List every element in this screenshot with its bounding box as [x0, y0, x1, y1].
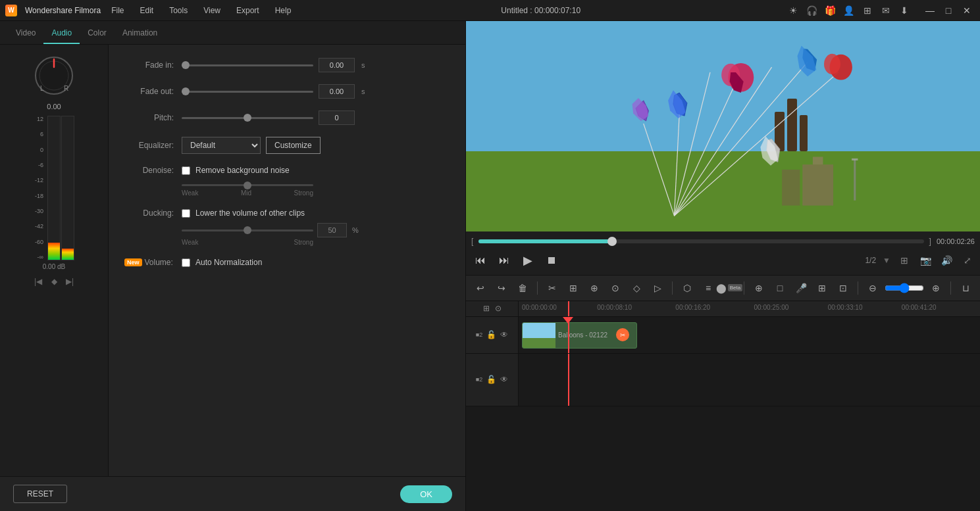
- settings-icon[interactable]: ☀: [788, 5, 800, 16]
- flip-button[interactable]: ◇: [627, 279, 646, 297]
- step-back-button[interactable]: ⏭: [495, 251, 513, 270]
- remove-bg-noise-label[interactable]: Remove background noise: [195, 166, 290, 175]
- mask-btn[interactable]: □: [771, 279, 789, 297]
- link-track-icon[interactable]: ⊙: [495, 304, 502, 313]
- reset-button[interactable]: RESET: [13, 485, 67, 503]
- play-button[interactable]: ▶: [519, 251, 537, 270]
- track-2-lock-icon[interactable]: 🔓: [486, 375, 496, 384]
- effects-btn[interactable]: ⬤ Beta: [720, 279, 738, 297]
- ducking-controls: Lower the volume of other clips 50 % Wea…: [182, 208, 359, 246]
- tab-audio[interactable]: Audio: [43, 23, 80, 44]
- close-button[interactable]: ✕: [959, 3, 975, 18]
- timeline-zoom-slider[interactable]: [885, 283, 924, 293]
- cut-button[interactable]: ✂: [543, 279, 561, 297]
- lower-volume-checkbox[interactable]: [182, 209, 190, 218]
- right-panel: [ ] 00:00:02:26 ⏮ ⏭ ▶ ⏹ 1/2 ▼ ⊞: [466, 21, 980, 511]
- screen-icon[interactable]: ⊞: [897, 253, 912, 268]
- meter-bar-right: [61, 116, 74, 260]
- zoom-button[interactable]: ⊕: [585, 279, 604, 297]
- skip-back-button[interactable]: ⏮: [471, 251, 490, 270]
- user-icon[interactable]: 👤: [843, 5, 855, 16]
- speed-button[interactable]: ▷: [648, 279, 667, 297]
- timeline-ruler: 00:00:00:00 00:00:08:10 00:00:16:20 00:0…: [519, 301, 980, 317]
- maximize-button[interactable]: □: [941, 3, 956, 18]
- bracket-left: [: [471, 237, 473, 246]
- minimize-button[interactable]: —: [922, 3, 938, 18]
- download-icon[interactable]: ⬇: [898, 5, 910, 16]
- denoise-mid-label: Mid: [241, 189, 251, 197]
- audio-btn[interactable]: ≡: [699, 279, 717, 297]
- meter-skip-btn[interactable]: |◀: [32, 276, 44, 287]
- equalizer-label: Equalizer:: [124, 141, 174, 150]
- ducking-row: Ducking: Lower the volume of other clips…: [124, 208, 450, 246]
- color-button[interactable]: ⬡: [678, 279, 696, 297]
- snapshot-icon[interactable]: 📷: [918, 253, 933, 268]
- clip-label: Balloons - 02122: [555, 330, 610, 340]
- menu-file[interactable]: File: [109, 5, 126, 16]
- redo-button[interactable]: ↪: [492, 279, 511, 297]
- meter-db-label: 0.00 dB: [43, 263, 65, 270]
- fade-out-slider[interactable]: [182, 91, 313, 93]
- ai-tool-btn[interactable]: ⊕: [750, 279, 768, 297]
- menu-tools[interactable]: Tools: [167, 5, 190, 16]
- pitch-slider[interactable]: [182, 117, 313, 119]
- pitch-slider-container: 0: [182, 110, 450, 125]
- pitch-row: Pitch: 0: [124, 110, 450, 125]
- fade-in-row: Fade in: 0.00 s: [124, 58, 450, 72]
- delete-button[interactable]: 🗑: [513, 279, 532, 297]
- remove-bg-noise-checkbox[interactable]: [182, 166, 190, 175]
- window-title: Untitled : 00:000:07:10: [501, 6, 580, 15]
- zoom-out-timeline[interactable]: ⊖: [864, 279, 882, 297]
- svg-rect-29: [852, 158, 858, 160]
- bookmark-icon[interactable]: ⊞: [862, 5, 873, 16]
- mail-icon[interactable]: ✉: [880, 5, 892, 16]
- fade-in-slider[interactable]: [182, 64, 313, 66]
- rotate-button[interactable]: ⊙: [606, 279, 625, 297]
- voice-btn[interactable]: 🎤: [792, 279, 810, 297]
- timeline-ruler-controls: ⊞ ⊙: [466, 301, 519, 317]
- ok-button[interactable]: OK: [400, 485, 452, 503]
- lower-volume-label[interactable]: Lower the volume of other clips: [195, 208, 305, 218]
- menu-view[interactable]: View: [201, 5, 223, 16]
- tab-color[interactable]: Color: [80, 23, 115, 44]
- meter-end-btn[interactable]: ▶|: [64, 276, 76, 287]
- menu-edit[interactable]: Edit: [138, 5, 157, 16]
- more-btn[interactable]: ⊔: [956, 279, 975, 297]
- fullscreen-icon[interactable]: ⤢: [960, 253, 975, 268]
- progress-thumb[interactable]: [607, 237, 617, 246]
- tab-video[interactable]: Video: [8, 23, 43, 44]
- timeline-ruler-container: ⊞ ⊙ 00:00:00:00 00:00:08:10 00:00:16:20 …: [466, 301, 980, 317]
- menu-export[interactable]: Export: [234, 5, 262, 16]
- subtitle-btn[interactable]: ⊞: [813, 279, 831, 297]
- headset-icon[interactable]: 🎧: [806, 5, 818, 16]
- customize-button[interactable]: Customize: [266, 137, 321, 154]
- denoise-strength-slider[interactable]: [182, 184, 313, 186]
- progress-track[interactable]: [478, 239, 923, 243]
- playback-controls: ⏮ ⏭ ▶ ⏹ 1/2 ▼ ⊞ 📷 🔊 ⤢: [471, 249, 975, 272]
- tab-animation[interactable]: Animation: [115, 23, 165, 44]
- auto-norm-label[interactable]: Auto Normalization: [195, 258, 262, 267]
- track-lock-icon[interactable]: 🔓: [486, 330, 496, 339]
- page-dropdown[interactable]: ▼: [883, 256, 890, 265]
- track-2-eye-icon[interactable]: 👁: [500, 375, 508, 384]
- svg-text:L: L: [40, 85, 44, 92]
- undo-button[interactable]: ↩: [471, 279, 490, 297]
- track-eye-icon[interactable]: 👁: [500, 330, 508, 339]
- mosaic-btn[interactable]: ⊡: [834, 279, 852, 297]
- denoise-slider-labels: Weak Mid Strong: [182, 189, 313, 197]
- denoise-weak-label: Weak: [182, 189, 198, 197]
- track-2-playhead: [568, 354, 569, 406]
- crop-button[interactable]: ⊞: [564, 279, 582, 297]
- meter-reset-btn[interactable]: ◆: [48, 276, 60, 287]
- ducking-slider[interactable]: [182, 230, 313, 231]
- add-track-icon[interactable]: ⊞: [483, 304, 490, 313]
- volume-icon[interactable]: 🔊: [939, 253, 954, 268]
- auto-norm-checkbox[interactable]: [182, 258, 190, 267]
- zoom-in-timeline[interactable]: ⊕: [927, 279, 945, 297]
- equalizer-select[interactable]: Default: [182, 137, 261, 154]
- svg-line-5: [644, 124, 675, 216]
- gift-icon[interactable]: 🎁: [825, 5, 837, 16]
- stop-button[interactable]: ⏹: [542, 251, 561, 270]
- menu-help[interactable]: Help: [272, 5, 294, 16]
- volume-knob-svg[interactable]: L R: [31, 53, 77, 99]
